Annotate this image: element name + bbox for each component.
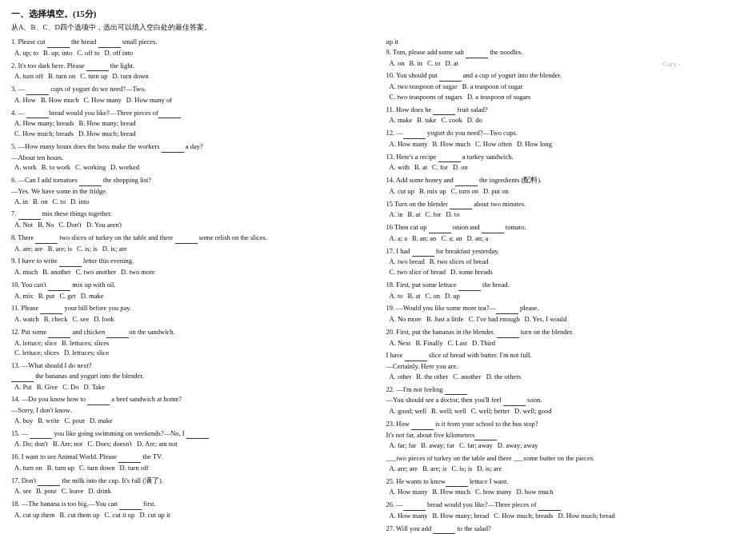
question-5: 5. —How many hours does the boss make th… bbox=[11, 141, 370, 173]
q9-text: 9. I have to write letter this evening. bbox=[11, 256, 370, 267]
qr26-text: 26. — bread would you like?—Three pieces… bbox=[386, 500, 746, 511]
q14-options: A. buyB. writeC. pourD. make bbox=[11, 416, 370, 426]
q15-options: A. Do; don'tB. Are; notC. Does; doesn'tD… bbox=[11, 439, 370, 449]
q10-text: 10. You can't mix up with oil. bbox=[11, 280, 370, 291]
qr-22: 22. —I'm not feeling —You should see a d… bbox=[386, 385, 746, 416]
qr-13: 13. Here's a recipe a turkey sandwich. A… bbox=[386, 152, 746, 173]
q5-text2: —About ten hours. bbox=[11, 153, 370, 163]
q2-text: 2. It's too dark here. Please the light. bbox=[11, 61, 370, 72]
q6-text2: —Yes. We have some in the fridge. bbox=[11, 186, 370, 197]
q5-text: 5. —How many hours does the boss make th… bbox=[11, 141, 370, 153]
qr24-options: A. are; areB. are; isC. is; isD. is; are bbox=[386, 464, 746, 474]
q13-options: A. PutB. GiveC. DoD. Take bbox=[11, 382, 370, 393]
qr-23: 23. How is it from your school to the bu… bbox=[386, 419, 746, 451]
q14-text: 14. —Do you know how to a beef sandwich … bbox=[11, 394, 370, 405]
q17-text: 17. Don't the milk into the cup. It's fu… bbox=[11, 476, 370, 487]
qr-20: 20. First, put the bananas in the blende… bbox=[386, 327, 746, 349]
qr10-options-2: C. two teaspoons of sugarsD. a teaspoon … bbox=[386, 92, 746, 102]
qr10-text: 10. You should put and a cup of yogurt i… bbox=[386, 70, 746, 82]
q3-text: 3. — cups of yogurt do we need?—Two. bbox=[11, 84, 370, 95]
qr19-options: A. No moreB. Just a littleC. I've had en… bbox=[386, 314, 746, 325]
page-title: 一、选择填空。(15分) bbox=[11, 8, 745, 20]
q4-options-2: C. How much; breadsD. How much; bread bbox=[11, 129, 370, 139]
qr16-options: A. a; aB. an; anC. a; anD. an; a bbox=[386, 233, 746, 244]
q14-text2: —Sorry, I don't know. bbox=[11, 405, 370, 416]
qr9-options: A. onB. inC. toD. at bbox=[386, 58, 746, 69]
qr-24: ___two pieces of turkey on the table and… bbox=[386, 453, 746, 474]
qr20-text: 20. First, put the bananas in the blende… bbox=[386, 327, 746, 338]
qr27-text: 27. Will you add to the salad? bbox=[386, 524, 746, 535]
q3-options: A. HowB. How muchC. How manyD. How many … bbox=[11, 95, 370, 106]
question-13: 13. —What should I do next? the bananas … bbox=[11, 361, 370, 392]
qr17-text: 17. I had for breakfast yesterday. bbox=[386, 246, 746, 257]
q18-options: A. cut up themB. cut them upC. cut it up… bbox=[11, 510, 370, 520]
qr23-text2: It's not far, about five kilometers bbox=[386, 430, 746, 441]
question-15: 15. — you like going swimming on weekend… bbox=[11, 428, 370, 450]
q1-text: 1. Please cut the bread small pieces. bbox=[11, 37, 370, 48]
q2-options: A. turn offB. turn onC. turn upD. turn d… bbox=[11, 71, 370, 82]
q6-text: 6. —Can I add tomatoes the shopping list… bbox=[11, 175, 370, 186]
qr14-options: A. cut upB. mix upC. turn onD. put on bbox=[386, 186, 746, 197]
qr17-options-2: C. two slice of breadD. some breads bbox=[386, 267, 746, 277]
qr14-text: 14. Add some honey and the ingredients (… bbox=[386, 175, 746, 186]
qr21-options: A. otherB. the otherC. anotherD. the oth… bbox=[386, 372, 746, 382]
qr-25: 25. He wants to know lettuce I want. A. … bbox=[386, 476, 746, 498]
qr-27: 27. Will you add to the salad? A. many h… bbox=[386, 524, 746, 535]
qr-18: 18. First, put some lettuce the bread. A… bbox=[386, 280, 746, 301]
qr26-options: A. How manyB. How many; breadC. How much… bbox=[386, 511, 746, 521]
question-7: 7. mix these things together. A. NotB. N… bbox=[11, 209, 370, 230]
question-12: 12. Put some and chicken on the sandwich… bbox=[11, 327, 370, 358]
q15-text: 15. — you like going swimming on weekend… bbox=[11, 428, 370, 440]
q16-options: A. turn onB. turn upC. turn downD. turn … bbox=[11, 463, 370, 473]
qr22-options: A. good; wellB. well; wellC. well; bette… bbox=[386, 406, 746, 416]
qr17-options: A. two breadB. two slices of bread bbox=[386, 257, 746, 267]
exam-page: 一、选择填空。(15分) 从A、B、C、D四个选项中，选出可以填入空白处的最佳答… bbox=[11, 8, 745, 534]
qr25-options: A. How manyB. How muchC. how manyD. how … bbox=[386, 487, 746, 497]
qr9-q: 9. Tom, please add some salt the noodles… bbox=[386, 47, 746, 58]
qr20-options: A. NextB. FinallyC. LastD. Third bbox=[386, 338, 746, 349]
question-1: 1. Please cut the bread small pieces. A.… bbox=[11, 37, 370, 58]
question-10: 10. You can't mix up with oil. A. mixB. … bbox=[11, 280, 370, 301]
question-9: 9. I have to write letter this evening. … bbox=[11, 256, 370, 277]
q8-options: A. are; areB. are; isC. is; isD. is; are bbox=[11, 244, 370, 254]
qr21-text: I have slice of bread with butter. I'm n… bbox=[386, 350, 746, 361]
qr-12: 12. — yogurt do you need?—Two cups. A. H… bbox=[386, 128, 746, 149]
qr21-text2: —Certainly. Here you are. bbox=[386, 361, 746, 372]
qr18-options: A. toB. atC. onD. up bbox=[386, 291, 746, 301]
q8-text: 8. There two slices of turkey on the tab… bbox=[11, 233, 370, 244]
question-6: 6. —Can I add tomatoes the shopping list… bbox=[11, 175, 370, 206]
qr-16: 16 Then cut up onion and tomato. A. a; a… bbox=[386, 222, 746, 244]
q9-options: A. muchB. anotherC. two anotherD. two mo… bbox=[11, 267, 370, 277]
q7-options: A. NotB. NoC. Don'tD. You aren't bbox=[11, 220, 370, 230]
qr-26: 26. — bread would you like?—Three pieces… bbox=[386, 500, 746, 521]
left-column: 1. Please cut the bread small pieces. A.… bbox=[11, 37, 370, 534]
qr12-options: A. How manyB. How muchC. How oftenD. How… bbox=[386, 139, 746, 149]
q7-text: 7. mix these things together. bbox=[11, 209, 370, 220]
question-4: 4. — bread would you like?—Three pieces … bbox=[11, 108, 370, 139]
qr-15: 15 Turn on the blender about two minutes… bbox=[386, 199, 746, 221]
qr9-text: up it bbox=[386, 37, 746, 47]
qr22-text2: —You should see a doctor, then you'll fe… bbox=[386, 395, 746, 406]
q12-text: 12. Put some and chicken on the sandwich… bbox=[11, 327, 370, 338]
qr-14: 14. Add some honey and the ingredients (… bbox=[386, 175, 746, 197]
q5-options: A. workB. to workC. workingD. worked bbox=[11, 162, 370, 173]
qr-21: I have slice of bread with butter. I'm n… bbox=[386, 350, 746, 381]
q4-options: A. How many; breadsB. How many; bread bbox=[11, 118, 370, 129]
qr15-text: 15 Turn on the blender about two minutes… bbox=[386, 199, 746, 210]
right-column: up it 9. Tom, please add some salt the n… bbox=[386, 37, 746, 534]
qr18-text: 18. First, put some lettuce the bread. bbox=[386, 280, 746, 291]
qr13-text: 13. Here's a recipe a turkey sandwich. bbox=[386, 152, 746, 163]
q11-options: A. watchB. checkC. seeD. look bbox=[11, 314, 370, 325]
watermark: Cary - bbox=[662, 60, 681, 68]
question-16: 16. I want to see Animal World. Please t… bbox=[11, 452, 370, 473]
q16-text: 16. I want to see Animal World. Please t… bbox=[11, 452, 370, 463]
question-2: 2. It's too dark here. Please the light.… bbox=[11, 61, 370, 82]
q6-options: A. inB. onC. toD. into bbox=[11, 197, 370, 207]
question-3: 3. — cups of yogurt do we need?—Two. A. … bbox=[11, 84, 370, 106]
page-subtitle: 从A、B、C、D四个选项中，选出可以填入空白处的最佳答案。 bbox=[11, 22, 745, 33]
question-8: 8. There two slices of turkey on the tab… bbox=[11, 233, 370, 254]
qr23-options: A. far; farB. away; farC. far; awayD. aw… bbox=[386, 440, 746, 451]
q18-text: 18. —The banana is too big.—You can firs… bbox=[11, 499, 370, 510]
qr24-text: ___two pieces of turkey on the table and… bbox=[386, 453, 746, 464]
q12-options-2: C. lettuce; slicesD. lettuces; slice bbox=[11, 348, 370, 358]
